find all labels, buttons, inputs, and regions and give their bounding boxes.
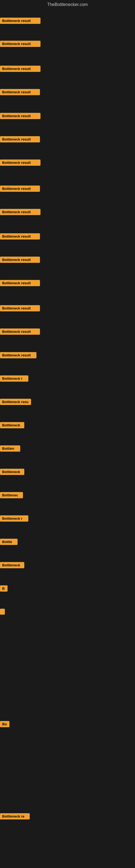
bottleneck-badge[interactable]: Bottleneck r (0, 375, 28, 382)
bottleneck-badge[interactable]: Bottleneck result (0, 186, 40, 192)
bottleneck-row: Bottleneck result (0, 209, 41, 216)
bottleneck-badge[interactable]: Bottleneck result (0, 233, 40, 240)
bottleneck-row: Bottleneck result (0, 66, 41, 73)
bottleneck-badge-tiny (0, 609, 5, 615)
bottleneck-row: Bottleneck result (0, 136, 40, 144)
bottleneck-badge[interactable]: Bottleneck (0, 469, 24, 475)
site-title: TheBottlenecker.com (0, 0, 135, 10)
bottleneck-badge[interactable]: Bottleneck result (0, 329, 40, 335)
bottleneck-badge[interactable]: Bottleneck result (0, 280, 40, 286)
bottleneck-row: Bottlenec (0, 492, 23, 499)
bottleneck-row: Bottleneck result (0, 41, 41, 48)
bottleneck-badge[interactable]: Bottleneck result (0, 352, 37, 358)
bottleneck-row: Bottleneck result (0, 113, 41, 120)
bottleneck-row: Bottleneck result (0, 305, 40, 312)
bottleneck-row: Bottleneck (0, 469, 24, 476)
bottleneck-badge[interactable]: Bottleneck r (0, 516, 28, 522)
bottleneck-badge[interactable]: Bottleneck result (0, 113, 41, 119)
bottleneck-badge[interactable]: Bottleneck (0, 422, 24, 428)
bottleneck-badge[interactable]: Bottleneck result (0, 66, 41, 72)
bottleneck-row: Bottleneck (0, 422, 24, 429)
bottleneck-row: Bottleneck result (0, 89, 40, 96)
bottleneck-row: Bottleneck r (0, 375, 28, 383)
bottleneck-badge[interactable]: Bottleneck result (0, 159, 41, 166)
bottleneck-row: Bottleneck re (0, 813, 30, 820)
bottleneck-badge[interactable]: Bottleneck result (0, 89, 40, 95)
bottleneck-row: Bottleneck result (0, 329, 40, 336)
bottleneck-row: Bottleneck resu (0, 399, 31, 406)
bottleneck-row (0, 609, 5, 616)
bottleneck-badge[interactable]: Bo (0, 721, 9, 727)
bottleneck-badge[interactable]: Bottleneck re (0, 813, 30, 819)
bottleneck-row: B (0, 585, 8, 593)
bottleneck-row: Bo (0, 721, 9, 728)
bottleneck-badge[interactable]: Bottleneck result (0, 305, 40, 311)
bottleneck-badge[interactable]: Bottleneck result (0, 18, 41, 24)
bottleneck-row: Bottleneck (0, 562, 24, 569)
bottleneck-badge[interactable]: B (0, 585, 8, 592)
bottleneck-badge[interactable]: Bottle (0, 539, 17, 545)
bottleneck-row: Bottleneck result (0, 159, 41, 167)
bottleneck-row: Bottleneck result (0, 186, 40, 193)
bottleneck-badge[interactable]: Bottlen (0, 445, 20, 452)
bottleneck-row: Bottleneck r (0, 516, 28, 523)
bottleneck-row: Bottleneck result (0, 18, 41, 25)
bottleneck-row: Bottle (0, 539, 17, 546)
bottleneck-badge[interactable]: Bottleneck result (0, 136, 40, 143)
bottleneck-badge[interactable]: Bottleneck resu (0, 399, 31, 405)
bottleneck-badge[interactable]: Bottleneck result (0, 41, 41, 47)
bottleneck-row: Bottleneck result (0, 280, 40, 287)
bottleneck-badge[interactable]: Bottleneck result (0, 209, 41, 215)
bottleneck-badge[interactable]: Bottleneck result (0, 257, 40, 263)
bottleneck-row: Bottleneck result (0, 257, 40, 264)
bottleneck-badge[interactable]: Bottleneck (0, 562, 24, 568)
bottleneck-row: Bottleneck result (0, 352, 37, 360)
bottleneck-row: Bottleneck result (0, 233, 40, 241)
bottleneck-row: Bottlen (0, 445, 20, 453)
bottleneck-badge[interactable]: Bottlenec (0, 492, 23, 498)
